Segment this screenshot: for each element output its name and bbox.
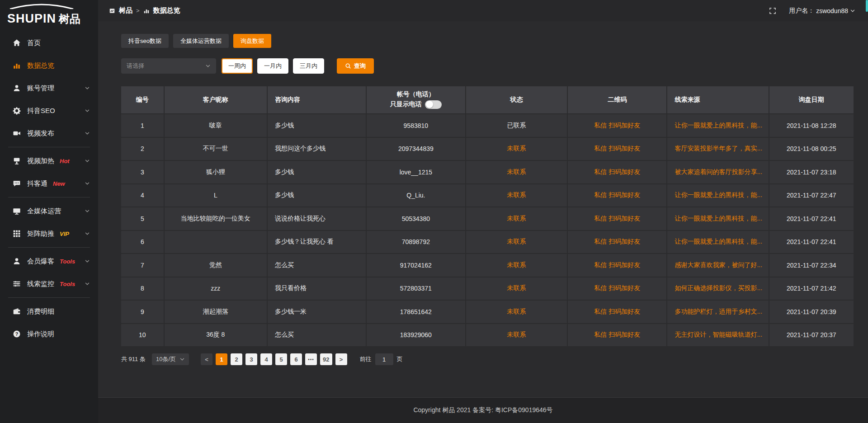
sidebar-item-clue-monitor[interactable]: 线索监控Tools — [0, 273, 98, 295]
table-row: 1036度 8怎么买183929060未联系私信 扫码加好友无主灯设计，智能磁吸… — [121, 324, 854, 348]
chevron-down-icon — [85, 231, 90, 236]
breadcrumb-current: 数据总览 — [153, 6, 180, 15]
source-cell[interactable]: 如何正确选择投影仪，买投影... — [667, 277, 769, 300]
source-cell[interactable]: 让你一眼就爱上的黑科技，能... — [667, 184, 769, 207]
source-cell[interactable]: 多功能护栏灯，适用于乡村文... — [667, 301, 769, 323]
column-header-label: 帐号（电话） — [397, 91, 435, 98]
source-cell[interactable]: 被大家追着问的客厅投影分享... — [667, 161, 769, 183]
range-button-0[interactable]: 一周内 — [222, 58, 253, 74]
nickname-cell: 觉然 — [165, 254, 268, 277]
account-cell: 2097344839 — [367, 138, 466, 160]
query-button[interactable]: 查询 — [337, 58, 374, 74]
qr-cell[interactable]: 私信 扫码加好友 — [568, 138, 667, 160]
account-cell: 70898792 — [367, 231, 466, 254]
page-button-6[interactable]: 6 — [290, 353, 302, 365]
svg-text:?: ? — [15, 331, 19, 337]
column-header: 客户昵称 — [165, 86, 268, 113]
page-button-4[interactable]: 4 — [260, 353, 272, 365]
table-row: 6多少钱？让我死心 看70898792未联系私信 扫码加好友让你一眼就爱上的黑科… — [121, 231, 854, 254]
sidebar-item-operation-guide[interactable]: ?操作说明 — [0, 323, 98, 345]
page-button-5[interactable]: 5 — [275, 353, 287, 365]
sidebar-item-account-management[interactable]: 账号管理 — [0, 77, 98, 99]
qr-cell[interactable]: 私信 扫码加好友 — [568, 324, 667, 347]
goto-label: 前往 — [360, 355, 372, 363]
content-cell: 怎么买 — [268, 254, 367, 277]
sidebar-item-label: 账号管理 — [27, 84, 54, 93]
source-cell[interactable]: 让你一眼就爱上的黑科技，能... — [667, 231, 769, 254]
page-button-2[interactable]: 2 — [231, 353, 242, 365]
qr-cell[interactable]: 私信 扫码加好友 — [568, 161, 667, 183]
grid-icon — [13, 230, 21, 238]
qr-cell[interactable]: 私信 扫码加好友 — [568, 207, 667, 230]
range-button-1[interactable]: 一月内 — [257, 58, 288, 74]
search-icon — [345, 63, 351, 69]
qr-cell[interactable]: 私信 扫码加好友 — [568, 254, 667, 277]
user-area: 用户名：zswodun88 — [769, 7, 855, 15]
page-size-select[interactable]: 10条/页 — [152, 353, 189, 365]
content-cell: 多少钱一米 — [268, 301, 367, 323]
qr-cell[interactable]: 私信 扫码加好友 — [568, 277, 667, 300]
chevron-down-icon — [85, 208, 90, 214]
qr-cell[interactable]: 私信 扫码加好友 — [568, 184, 667, 207]
sidebar-item-data-overview[interactable]: 数据总览 — [0, 54, 98, 77]
page-ellipsis[interactable]: ••• — [305, 353, 317, 365]
range-button-2[interactable]: 三月内 — [293, 58, 324, 74]
tab-inquiry-data[interactable]: 询盘数据 — [233, 34, 271, 48]
source-cell[interactable]: 让你一眼就爱上的黑科技，能... — [667, 114, 769, 137]
page-button-92[interactable]: 92 — [320, 353, 332, 365]
qr-cell[interactable]: 私信 扫码加好友 — [568, 301, 667, 323]
sidebar-item-label: 视频加热 — [27, 157, 54, 165]
sidebar-item-video-heating[interactable]: 视频加热Hot — [0, 150, 98, 172]
row-id-cell: 10 — [121, 324, 165, 347]
sidebar-item-video-publish[interactable]: 视频发布 — [0, 122, 98, 145]
sidebar-divider — [8, 147, 90, 147]
sidebar-item-doukotong[interactable]: 抖客通New — [0, 172, 98, 195]
filter-select[interactable]: 请选择 — [121, 58, 216, 74]
sidebar-item-home[interactable]: 首页 — [0, 32, 98, 54]
scrollbar[interactable] — [866, 0, 868, 423]
chevron-down-icon — [85, 181, 90, 186]
home-icon — [13, 39, 21, 47]
goto-page-input[interactable] — [375, 353, 393, 365]
sidebar-item-matrix-boost[interactable]: 矩阵助推VIP — [0, 222, 98, 245]
prev-page-button[interactable]: < — [201, 353, 212, 365]
sidebar-item-label: 矩阵助推 — [27, 230, 54, 238]
chevron-down-icon — [850, 8, 855, 14]
tab-omnimedia-data[interactable]: 全媒体运营数据 — [173, 34, 229, 48]
qr-cell[interactable]: 私信 扫码加好友 — [568, 114, 667, 137]
sidebar-item-label: 数据总览 — [27, 61, 54, 70]
account-cell: Q_Liu. — [367, 184, 466, 207]
next-page-button[interactable]: > — [335, 353, 347, 365]
date-cell: 2021-11-07 23:18 — [769, 161, 854, 183]
breadcrumb-separator: > — [136, 7, 140, 14]
app-window: SHUPIN 树品 首页数据总览账号管理抖音SEO视频发布视频加热Hot抖客通N… — [0, 0, 868, 423]
source-cell[interactable]: 无主灯设计，智能磁吸轨道灯... — [667, 324, 769, 347]
sidebar-item-label: 视频发布 — [27, 129, 54, 138]
account-cell: 9583810 — [367, 114, 466, 137]
user-icon — [13, 84, 21, 92]
fullscreen-icon[interactable] — [769, 7, 776, 14]
source-cell[interactable]: 客厅安装投影半年多了，真实... — [667, 138, 769, 160]
chevron-down-icon — [179, 357, 185, 362]
source-cell[interactable]: 感谢大家喜欢我家，被问了好... — [667, 254, 769, 277]
panel-icon — [109, 8, 115, 14]
sidebar-item-consumption-details[interactable]: 消费明细 — [0, 300, 98, 323]
sidebar-item-label: 会员爆客 — [27, 257, 54, 266]
status-cell: 未联系 — [466, 231, 568, 254]
breadcrumb-root[interactable]: 树品 — [119, 6, 132, 15]
source-cell[interactable]: 让你一眼就爱上的黑科技，能... — [667, 207, 769, 230]
content-cell: 多少钱 — [268, 184, 367, 207]
sidebar-item-omnimedia-operation[interactable]: 全媒体运营 — [0, 200, 98, 222]
nickname-cell: 36度 8 — [165, 324, 268, 347]
page-button-3[interactable]: 3 — [245, 353, 257, 365]
sidebar-item-douyin-seo[interactable]: 抖音SEO — [0, 99, 98, 122]
sidebar-item-member-baoke[interactable]: 会员爆客Tools — [0, 250, 98, 273]
page-button-1[interactable]: 1 — [216, 353, 227, 365]
phone-only-toggle[interactable] — [425, 100, 442, 109]
tab-douyin-seo-data[interactable]: 抖音seo数据 — [121, 34, 169, 48]
username-menu[interactable]: 用户名：zswodun88 — [789, 7, 855, 15]
qr-cell[interactable]: 私信 扫码加好友 — [568, 231, 667, 254]
nickname-cell: 啵章 — [165, 114, 268, 137]
scrollbar-thumb[interactable] — [866, 0, 868, 12]
table-row: 7觉然怎么买917024162未联系私信 扫码加好友感谢大家喜欢我家，被问了好.… — [121, 254, 854, 277]
